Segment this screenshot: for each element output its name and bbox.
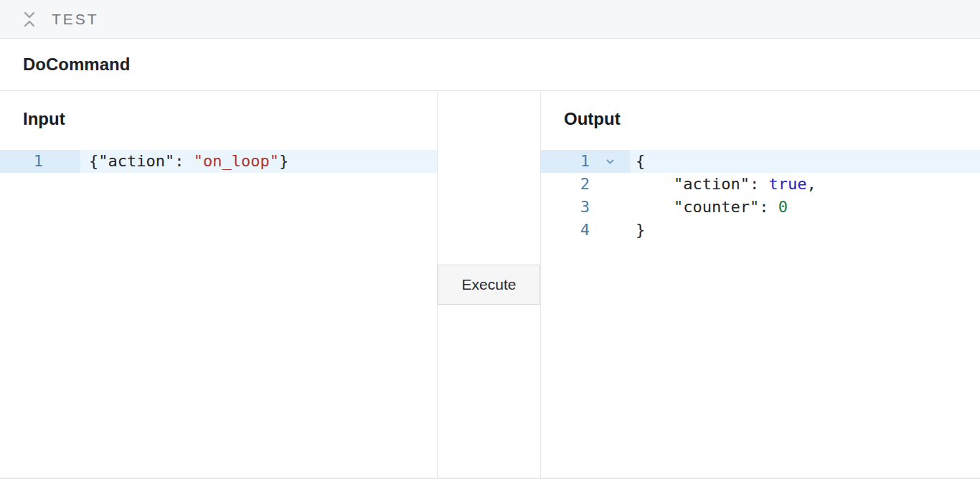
editor-gutter: 4 (541, 219, 630, 242)
code-token: "counter": (636, 198, 778, 216)
code-token: , (806, 175, 816, 193)
line-number: 4 (541, 219, 590, 242)
number-token: 0 (778, 198, 788, 216)
editor-gutter: 2 (541, 173, 630, 196)
input-editor[interactable]: 1 {"action": "on_loop"} (0, 150, 437, 173)
fold-gutter (590, 156, 630, 168)
collapse-vertical-icon (21, 10, 38, 29)
fold-toggle[interactable] (604, 156, 616, 168)
content-area: Input 1 {"action": "on_loop"} Execute Ou… (0, 91, 980, 478)
line-number: 1 (0, 150, 43, 173)
editor-gutter: 3 (541, 196, 630, 219)
boolean-token: true (768, 175, 806, 193)
line-number: 1 (541, 150, 590, 173)
line-number: 3 (541, 196, 590, 219)
line-number: 2 (541, 173, 590, 196)
code-content[interactable]: } (630, 219, 980, 242)
code-token: {"action": (89, 152, 194, 170)
command-title: DoCommand (23, 54, 130, 75)
code-content[interactable]: "counter": 0 (630, 196, 980, 219)
topbar: TEST (0, 0, 980, 39)
code-token: } (636, 221, 645, 239)
code-token: { (636, 152, 645, 170)
output-panel-title: Output (564, 108, 980, 130)
action-column: Execute (438, 91, 541, 478)
output-panel: Output 1 { (541, 91, 980, 478)
test-panel: TEST DoCommand Input 1 {"action": "on_lo… (0, 0, 980, 479)
code-content[interactable]: "action": true, (630, 173, 980, 196)
command-header: DoCommand (0, 39, 980, 91)
code-content[interactable]: {"action": "on_loop"} (80, 150, 437, 173)
code-line[interactable]: 2 "action": true, (541, 173, 980, 196)
editor-gutter: 1 (0, 150, 80, 173)
input-panel-title: Input (23, 108, 437, 130)
code-line[interactable]: 1 { (541, 150, 980, 173)
code-token: } (279, 152, 288, 170)
code-content[interactable]: { (630, 150, 980, 173)
code-line[interactable]: 4 } (541, 219, 980, 242)
output-editor[interactable]: 1 { 2 (541, 150, 980, 242)
code-line[interactable]: 1 {"action": "on_loop"} (0, 150, 437, 173)
collapse-button[interactable] (19, 9, 40, 30)
code-line[interactable]: 3 "counter": 0 (541, 196, 980, 219)
topbar-title: TEST (52, 11, 99, 28)
chevron-down-icon (604, 156, 616, 168)
editor-gutter: 1 (541, 150, 630, 173)
code-token: "action": (636, 175, 768, 193)
execute-button[interactable]: Execute (438, 265, 540, 305)
string-token: "on_loop" (194, 152, 279, 170)
input-panel: Input 1 {"action": "on_loop"} (0, 91, 438, 478)
